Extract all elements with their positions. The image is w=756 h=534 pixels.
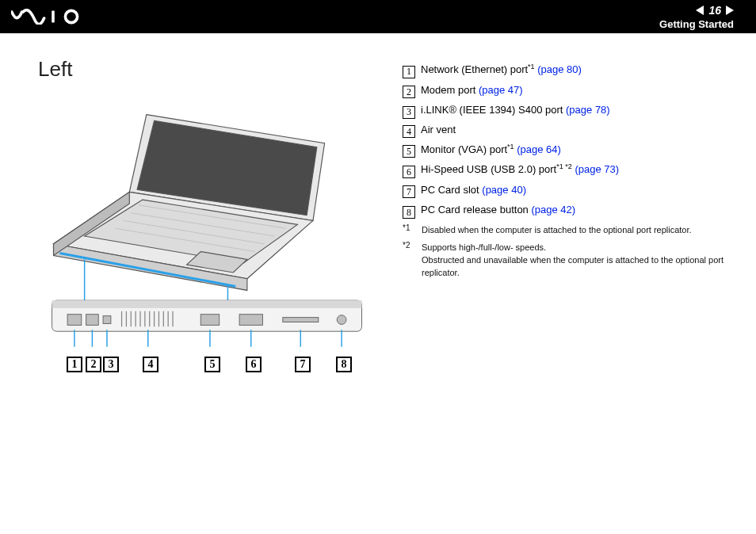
svg-rect-34 [239, 315, 262, 326]
legend-item: 2 Modem port (page 47) [403, 82, 734, 98]
svg-rect-19 [86, 315, 99, 326]
legend-num: 1 [403, 66, 415, 78]
page-link[interactable]: (page 78) [566, 104, 610, 116]
header-right: 16 Getting Started [659, 4, 734, 30]
legend-num: 3 [403, 106, 415, 119]
svg-rect-20 [103, 316, 111, 324]
legend-item: 5 Monitor (VGA) port*1 (page 64) [403, 142, 734, 158]
legend-text: PC Card release button (page 42) [421, 202, 575, 218]
svg-point-1 [65, 10, 77, 22]
legend-num: 4 [403, 125, 415, 138]
legend-item: 1 Network (Ethernet) port*1 (page 80) [403, 62, 734, 78]
footnote-text: Disabled when the computer is attached t… [422, 224, 692, 237]
header-bar: 16 Getting Started [0, 0, 756, 33]
section-name: Getting Started [659, 18, 734, 30]
svg-rect-18 [67, 315, 82, 326]
footnotes: *1 Disabled when the computer is attache… [403, 224, 734, 280]
legend-item: 8 PC Card release button (page 42) [403, 202, 734, 218]
legend-num: 6 [403, 166, 415, 178]
page-link[interactable]: (page 64) [517, 143, 561, 155]
page-title: Left [38, 57, 387, 82]
footnote: *2 Supports high-/full-/low- speeds. Obs… [403, 242, 734, 280]
legend-text: Hi-Speed USB (USB 2.0) port*1 *2 (page 7… [421, 162, 619, 177]
page-link[interactable]: (page 73) [575, 164, 619, 176]
footnote: *1 Disabled when the computer is attache… [403, 224, 734, 237]
page-link[interactable]: (page 40) [482, 184, 526, 196]
callout-2: 2 [86, 357, 101, 372]
legend-num: 8 [403, 206, 415, 219]
footnote-text: Supports high-/full-/low- speeds. Obstru… [422, 242, 734, 280]
legend-num: 2 [403, 86, 415, 98]
callout-4: 4 [143, 357, 158, 372]
legend-item: 3 i.LINK® (IEEE 1394) S400 port (page 78… [403, 102, 734, 118]
left-column: Left [38, 57, 387, 377]
legend-item: 7 PC Card slot (page 40) [403, 182, 734, 198]
legend-item: 4 Air vent [403, 123, 734, 137]
legend-text: Modem port (page 47) [421, 82, 523, 98]
legend-num: 5 [403, 145, 415, 158]
page-link[interactable]: (page 42) [531, 204, 575, 216]
callout-7: 7 [295, 357, 311, 372]
page-nav: 16 [659, 4, 734, 17]
legend-text: Monitor (VGA) port*1 (page 64) [421, 142, 561, 158]
callout-3: 3 [103, 357, 119, 372]
callout-1: 1 [67, 357, 82, 372]
footnote-mark: *2 [403, 240, 414, 278]
footnote-mark: *1 [403, 223, 414, 235]
next-page-icon[interactable] [726, 6, 734, 15]
svg-rect-17 [52, 300, 362, 308]
callout-5: 5 [204, 357, 220, 372]
svg-point-36 [337, 315, 346, 325]
page-number: 16 [708, 4, 721, 17]
legend-item: 6 Hi-Speed USB (USB 2.0) port*1 *2 (page… [403, 162, 734, 177]
legend-text: Network (Ethernet) port*1 (page 80) [421, 62, 582, 78]
svg-rect-33 [200, 315, 219, 326]
port-legend: 1 Network (Ethernet) port*1 (page 80) 2 … [403, 62, 734, 218]
page-link[interactable]: (page 80) [537, 63, 582, 75]
callout-8: 8 [336, 357, 352, 372]
legend-text: Air vent [421, 123, 456, 137]
svg-rect-0 [52, 10, 55, 22]
right-column: 1 Network (Ethernet) port*1 (page 80) 2 … [403, 57, 734, 377]
svg-rect-35 [283, 318, 319, 322]
legend-text: i.LINK® (IEEE 1394) S400 port (page 78) [421, 102, 610, 118]
diagram-callouts: 1 2 3 4 5 6 7 8 [38, 357, 379, 377]
page-link[interactable]: (page 47) [479, 84, 523, 96]
legend-text: PC Card slot (page 40) [421, 182, 526, 198]
product-illustration: 1 2 3 4 5 6 7 8 [38, 101, 379, 377]
vaio-logo [11, 9, 94, 25]
prev-page-icon[interactable] [696, 6, 704, 15]
callout-6: 6 [246, 357, 262, 372]
page-content: Left [0, 33, 756, 377]
legend-num: 7 [403, 185, 415, 198]
